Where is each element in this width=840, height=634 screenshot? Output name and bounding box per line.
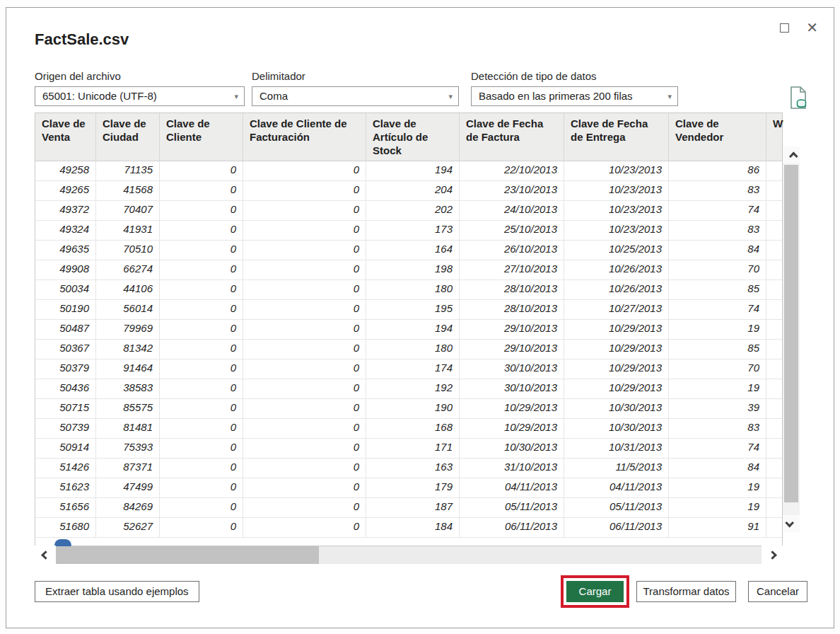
table-cell: 10/30/2013 — [564, 399, 669, 418]
table-cell: 0 — [160, 518, 243, 537]
table-row: 49258711350019422/10/201310/23/201386 — [35, 161, 782, 181]
table-cell: 51656 — [35, 498, 96, 517]
table-cell: 0 — [243, 320, 366, 339]
table-cell: 85575 — [96, 399, 160, 418]
file-origin-label: Origen del archivo — [35, 70, 245, 82]
table-cell: 163 — [366, 459, 460, 478]
table-cell: 0 — [160, 201, 243, 220]
close-icon[interactable]: ✕ — [806, 21, 818, 35]
column-header: Clave de Ciudad — [96, 113, 160, 161]
table-cell: 0 — [243, 340, 366, 359]
cancel-button[interactable]: Cancelar — [748, 581, 807, 602]
table-cell: 91 — [669, 518, 766, 537]
table-cell: 10/25/2013 — [564, 241, 669, 260]
table-cell: 49908 — [35, 260, 96, 279]
file-origin-field: Origen del archivo 65001: Unicode (UTF-8… — [35, 70, 245, 106]
table-cell: 06/11/2013 — [460, 518, 564, 537]
table-cell: 83 — [669, 181, 766, 200]
table-row: 51426873710016331/10/201311/5/201384 — [35, 459, 782, 478]
scroll-down-button[interactable] — [783, 515, 800, 532]
table-cell: 91464 — [96, 359, 160, 379]
table-cell: 0 — [160, 181, 243, 200]
table-cell: 10/23/2013 — [564, 201, 669, 220]
table-cell: 0 — [160, 241, 243, 260]
vertical-scroll-track[interactable] — [783, 163, 800, 515]
scroll-right-button[interactable] — [762, 546, 783, 565]
table-cell: 50379 — [35, 359, 96, 379]
scroll-up-button[interactable] — [783, 146, 800, 163]
table-cell — [766, 201, 783, 220]
table-row: 50367813420018029/10/201310/29/201385 — [35, 340, 782, 359]
table-cell: 0 — [243, 280, 366, 299]
load-button[interactable]: Cargar — [566, 581, 624, 602]
table-cell — [766, 161, 783, 180]
column-header: Clave de Fecha de Entrega — [564, 113, 669, 161]
table-row: 49324419310017325/10/201310/23/201383 — [35, 221, 782, 241]
table-cell: 190 — [366, 399, 460, 418]
table-cell: 84269 — [96, 498, 160, 517]
chevron-down-icon: ▾ — [667, 87, 672, 105]
table-cell: 0 — [160, 300, 243, 319]
table-cell: 38583 — [96, 379, 160, 398]
delimiter-select[interactable]: Coma ▾ — [252, 86, 459, 106]
table-cell: 47499 — [96, 478, 160, 497]
type-detection-field: Detección de tipo de datos Basado en las… — [471, 70, 678, 106]
table-cell: 26/10/2013 — [460, 241, 564, 260]
table-row: 50739814810016810/29/201310/30/201383 — [35, 419, 782, 439]
table-cell: 81481 — [96, 419, 160, 438]
table-cell: 10/23/2013 — [564, 181, 669, 200]
scroll-left-button[interactable] — [35, 546, 56, 565]
table-cell: 29/10/2013 — [460, 320, 564, 339]
table-cell: 0 — [243, 518, 366, 537]
table-cell: 0 — [160, 498, 243, 517]
vertical-scroll-thumb[interactable] — [784, 165, 798, 502]
table-row: 50914753930017110/30/201310/31/201374 — [35, 439, 782, 459]
table-cell — [766, 498, 783, 517]
table-cell: 86 — [669, 161, 766, 180]
table-cell: 180 — [366, 340, 460, 359]
table-cell: 0 — [243, 221, 366, 240]
type-detection-value: Basado en las primeras 200 filas — [479, 90, 633, 102]
horizontal-scroll-track[interactable] — [56, 546, 762, 564]
table-cell — [766, 241, 783, 260]
file-origin-select[interactable]: 65001: Unicode (UTF-8) ▾ — [35, 86, 245, 106]
maximize-icon[interactable] — [780, 23, 789, 33]
table-cell: 74 — [669, 201, 766, 220]
table-cell: 10/26/2013 — [564, 280, 669, 299]
table-cell: 04/11/2013 — [460, 478, 564, 497]
table-cell: 0 — [243, 161, 366, 180]
table-cell: 51426 — [35, 459, 96, 478]
table-cell: 49324 — [35, 221, 96, 240]
column-header: Clave de Fecha de Factura — [460, 113, 564, 161]
table-cell — [766, 478, 783, 497]
table-cell: 0 — [160, 260, 243, 279]
window-controls: ✕ — [780, 21, 818, 35]
table-cell: 0 — [243, 419, 366, 438]
table-cell: 194 — [366, 161, 460, 180]
vertical-scrollbar[interactable] — [783, 146, 800, 532]
transform-data-button[interactable]: Transformar datos — [636, 581, 736, 602]
table-cell — [766, 300, 783, 319]
table-cell: 50034 — [35, 280, 96, 299]
table-cell: 41931 — [96, 221, 160, 240]
extract-table-button[interactable]: Extraer tabla usando ejemplos — [35, 581, 199, 602]
table-cell: 23/10/2013 — [460, 181, 564, 200]
table-cell: 0 — [243, 399, 366, 418]
table-cell — [766, 419, 783, 438]
table-cell: 25/10/2013 — [460, 221, 564, 240]
table-cell: 198 — [366, 260, 460, 279]
table-cell: 174 — [366, 359, 460, 379]
table-cell: 0 — [243, 459, 366, 478]
table-cell: 04/11/2013 — [564, 478, 669, 497]
table-row: 49635705100016426/10/201310/25/201384 — [35, 241, 782, 260]
table-cell: 50914 — [35, 439, 96, 458]
table-cell: 19 — [669, 478, 766, 497]
table-cell: 85 — [669, 340, 766, 359]
horizontal-scroll-thumb[interactable] — [56, 546, 319, 564]
table-cell: 0 — [160, 340, 243, 359]
table-cell: 10/30/2013 — [460, 439, 564, 458]
table-row: 51623474990017904/11/201304/11/201319 — [35, 478, 782, 498]
horizontal-scrollbar[interactable] — [35, 546, 783, 565]
type-detection-select[interactable]: Basado en las primeras 200 filas ▾ — [471, 86, 678, 106]
table-cell: 164 — [366, 241, 460, 260]
